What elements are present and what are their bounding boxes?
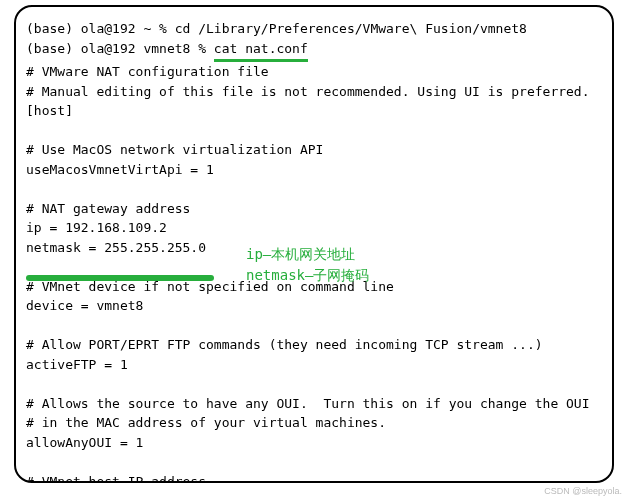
conf-line: activeFTP = 1: [26, 355, 602, 375]
conf-line: # Manual editing of this file is not rec…: [26, 82, 602, 102]
conf-line: # Allow PORT/EPRT FTP commands (they nee…: [26, 335, 602, 355]
cmd-1: cd /Library/Preferences/VMware\ Fusion/v…: [175, 21, 527, 36]
blank-line: [26, 316, 602, 336]
conf-line: useMacosVmnetVirtApi = 1: [26, 160, 602, 180]
cmd-line-2: (base) ola@192 vmnet8 % cat nat.conf: [26, 39, 602, 63]
conf-line: # in the MAC address of your virtual mac…: [26, 413, 602, 433]
blank-line: [26, 179, 602, 199]
annotation-ip: ip—本机网关地址: [246, 244, 355, 265]
conf-section-host: [host]: [26, 101, 602, 121]
annotation-netmask: netmask—子网掩码: [246, 265, 369, 286]
conf-line: # VMnet host IP address: [26, 472, 602, 484]
prompt-2: (base) ola@192 vmnet8 %: [26, 41, 214, 56]
conf-ip-line: ip = 192.168.109.2: [26, 218, 602, 238]
blank-line: [26, 452, 602, 472]
conf-line: # Use MacOS network virtualization API: [26, 140, 602, 160]
prompt-1: (base) ola@192 ~ %: [26, 21, 175, 36]
conf-line: # Allows the source to have any OUI. Tur…: [26, 394, 602, 414]
cmd-line-1: (base) ola@192 ~ % cd /Library/Preferenc…: [26, 19, 602, 39]
blank-line: [26, 121, 602, 141]
conf-line: allowAnyOUI = 1: [26, 433, 602, 453]
watermark: CSDN @sleepyola.: [544, 485, 622, 499]
terminal-frame: (base) ola@192 ~ % cd /Library/Preferenc…: [14, 5, 614, 483]
conf-line: # NAT gateway address: [26, 199, 602, 219]
cmd-2: cat nat.conf: [214, 39, 308, 63]
blank-line: [26, 374, 602, 394]
highlight-bar: [26, 275, 214, 281]
conf-line: # VMware NAT configuration file: [26, 62, 602, 82]
conf-line: device = vmnet8: [26, 296, 602, 316]
